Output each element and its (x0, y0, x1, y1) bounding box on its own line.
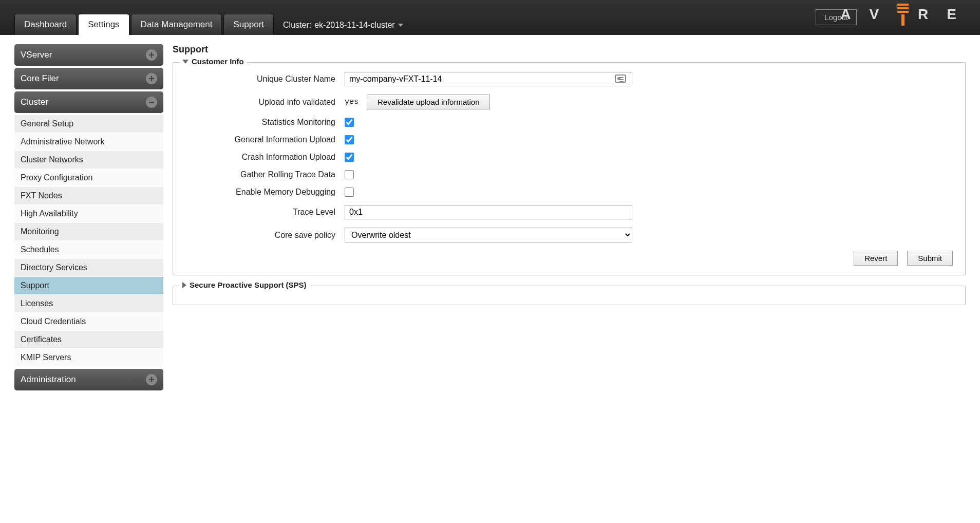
sidebar-item-schedules[interactable]: Schedules (14, 241, 163, 259)
sps-fieldset: Secure Proactive Support (SPS) (173, 286, 966, 305)
general-info-upload-label: General Information Upload (185, 135, 345, 144)
enable-memory-debugging-label: Enable Memory Debugging (185, 188, 345, 197)
trace-level-label: Trace Level (185, 208, 345, 217)
sidebar-cluster-items: General Setup Administrative Network Clu… (14, 115, 163, 367)
upload-info-validated-value: yes (345, 98, 359, 106)
general-info-upload-checkbox[interactable] (345, 135, 354, 144)
upload-info-validated-label: Upload info validated (185, 98, 345, 107)
customer-info-fieldset: Customer Info Unique Cluster Name Upload… (173, 62, 966, 275)
sidebar-section-label: Administration (21, 375, 76, 385)
gather-rolling-trace-checkbox[interactable] (345, 170, 354, 179)
plus-icon: + (146, 49, 157, 61)
tab-support[interactable]: Support (223, 14, 274, 35)
cluster-prefix: Cluster: (283, 21, 311, 30)
sidebar-section-corefiler[interactable]: Core Filer + (14, 68, 163, 89)
legend-text: Customer Info (192, 57, 244, 66)
sidebar-item-directory-services[interactable]: Directory Services (14, 259, 163, 277)
sidebar-item-general-setup[interactable]: General Setup (14, 115, 163, 133)
avere-logo: AV RE (840, 6, 966, 23)
sidebar-section-administration[interactable]: Administration + (14, 369, 163, 390)
legend-text: Secure Proactive Support (SPS) (190, 281, 307, 289)
unique-cluster-name-label: Unique Cluster Name (185, 74, 345, 84)
minus-icon: − (146, 97, 157, 108)
sps-legend[interactable]: Secure Proactive Support (SPS) (179, 281, 310, 289)
main-tabs: Dashboard Settings Data Management Suppo… (14, 14, 274, 35)
plus-icon: + (146, 374, 157, 385)
sidebar-item-kmip-servers[interactable]: KMIP Servers (14, 349, 163, 367)
crash-info-upload-checkbox[interactable] (345, 153, 354, 162)
sidebar-item-proxy-configuration[interactable]: Proxy Configuration (14, 169, 163, 187)
submit-button[interactable]: Submit (907, 251, 953, 266)
statistics-monitoring-checkbox[interactable] (345, 118, 354, 127)
sidebar-section-label: Cluster (21, 97, 48, 107)
tab-dashboard[interactable]: Dashboard (14, 14, 77, 35)
customer-info-legend[interactable]: Customer Info (179, 57, 247, 66)
disclosure-triangle-icon (182, 60, 189, 64)
gather-rolling-trace-label: Gather Rolling Trace Data (185, 170, 345, 179)
plus-icon: + (146, 73, 157, 84)
sidebar-item-cluster-networks[interactable]: Cluster Networks (14, 151, 163, 169)
crash-info-upload-label: Crash Information Upload (185, 153, 345, 162)
cluster-name: ek-2018-11-14-cluster (314, 21, 395, 30)
unique-cluster-name-input[interactable] (345, 72, 632, 86)
tab-data-management[interactable]: Data Management (131, 14, 222, 35)
revalidate-upload-button[interactable]: Revalidate upload information (367, 95, 490, 109)
sidebar-item-monitoring[interactable]: Monitoring (14, 223, 163, 241)
sidebar-item-administrative-network[interactable]: Administrative Network (14, 133, 163, 151)
sidebar-section-vserver[interactable]: VServer + (14, 44, 163, 66)
chevron-down-icon (398, 24, 403, 27)
page-title: Support (173, 44, 966, 55)
sidebar-section-cluster[interactable]: Cluster − (14, 91, 163, 113)
statistics-monitoring-label: Statistics Monitoring (185, 118, 345, 127)
sidebar-item-support[interactable]: Support (14, 277, 163, 295)
sidebar-item-high-availability[interactable]: High Availability (14, 205, 163, 223)
topbar: Dashboard Settings Data Management Suppo… (0, 0, 980, 35)
tab-settings[interactable]: Settings (78, 14, 129, 35)
sidebar-section-label: VServer (21, 50, 52, 60)
revert-button[interactable]: Revert (854, 251, 898, 266)
sidebar-item-certificates[interactable]: Certificates (14, 331, 163, 349)
trace-level-input[interactable] (345, 205, 632, 219)
cluster-selector[interactable]: Cluster: ek-2018-11-14-cluster (274, 15, 412, 35)
core-save-policy-label: Core save policy (185, 231, 345, 240)
enable-memory-debugging-checkbox[interactable] (345, 188, 354, 197)
id-card-icon (615, 74, 626, 83)
sidebar-item-fxt-nodes[interactable]: FXT Nodes (14, 187, 163, 205)
sidebar-item-licenses[interactable]: Licenses (14, 295, 163, 313)
disclosure-triangle-icon (182, 282, 186, 288)
sidebar-item-cloud-credentials[interactable]: Cloud Credentials (14, 313, 163, 331)
core-save-policy-select[interactable]: Overwrite oldest (345, 228, 632, 242)
main-panel: Support Customer Info Unique Cluster Nam… (173, 44, 966, 393)
sidebar-section-label: Core Filer (21, 73, 59, 84)
settings-sidebar: VServer + Core Filer + Cluster − General… (14, 44, 163, 393)
